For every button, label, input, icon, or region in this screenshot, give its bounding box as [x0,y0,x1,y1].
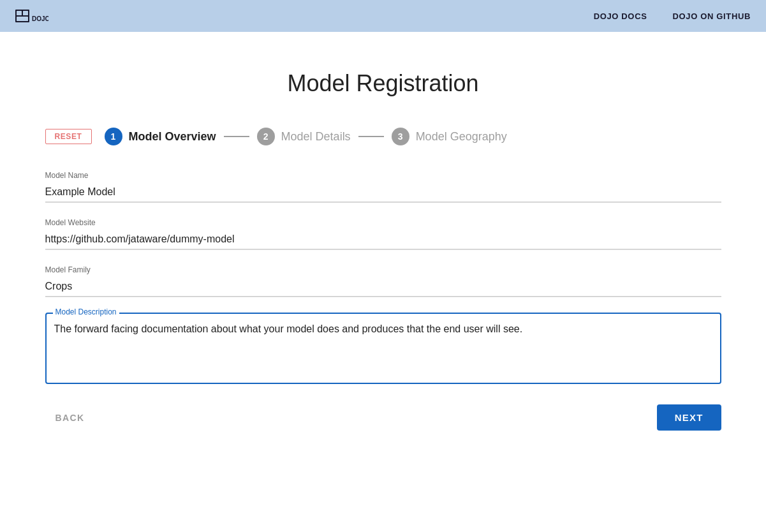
step-1-label: Model Overview [129,130,216,144]
model-family-label: Model Family [45,265,721,274]
step-3: 3 Model Geography [392,128,507,145]
step-2: 2 Model Details [257,128,351,145]
model-website-label: Model Website [45,218,721,227]
model-name-label: Model Name [45,171,721,180]
model-name-field: Model Name [45,171,721,203]
docs-link[interactable]: DOJO DOCS [594,11,647,21]
step-2-label: Model Details [281,130,351,144]
step-3-label: Model Geography [416,130,507,144]
page-title: Model Registration [45,70,721,97]
header-nav: DOJO DOCS DOJO ON GITHUB [594,11,751,21]
svg-rect-3 [17,17,28,21]
model-description-wrapper: Model Description [45,313,721,384]
model-website-field: Model Website [45,218,721,250]
model-description-field: Model Description [45,313,721,384]
model-website-input[interactable] [45,230,721,249]
model-family-divider [45,297,721,297]
svg-text:DOJO: DOJO [32,15,48,22]
model-description-legend: Model Description [53,307,119,316]
step-3-number: 3 [392,128,409,145]
main-content: Model Registration RESET 1 Model Overvie… [33,32,734,456]
step-1-number: 1 [105,128,122,145]
step-separator-1 [224,136,249,137]
reset-button[interactable]: RESET [45,129,92,144]
model-name-input[interactable] [45,182,721,202]
svg-rect-2 [23,11,28,15]
github-link[interactable]: DOJO ON GITHUB [673,11,751,21]
button-row: BACK NEXT [45,404,721,431]
dojo-logo-icon: DOJO [15,6,48,26]
step-1: 1 Model Overview [105,128,216,145]
step-2-number: 2 [257,128,275,145]
svg-rect-1 [17,11,22,15]
model-family-field: Model Family [45,265,721,297]
step-separator-2 [358,136,384,137]
model-description-input[interactable] [54,321,712,373]
next-button[interactable]: NEXT [657,404,721,431]
model-website-divider [45,249,721,250]
back-button[interactable]: BACK [45,406,95,429]
app-header: DOJO DOJO DOCS DOJO ON GITHUB [0,0,766,32]
model-name-divider [45,202,721,203]
model-family-input[interactable] [45,277,721,297]
registration-form: Model Name Model Website Model Family Mo… [45,171,721,384]
stepper: RESET 1 Model Overview 2 Model Details 3… [45,128,721,145]
logo: DOJO [15,6,48,26]
